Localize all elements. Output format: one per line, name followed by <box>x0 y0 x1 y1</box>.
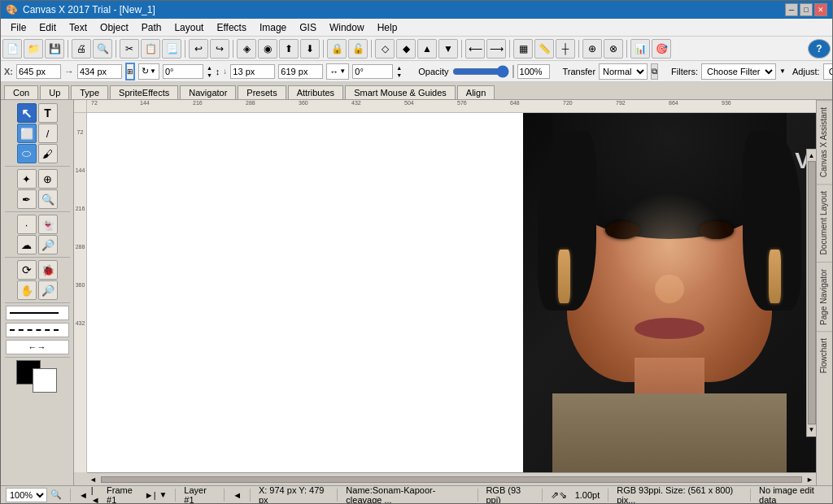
pan-tool-btn[interactable]: ✋ <box>17 280 37 300</box>
symbol-button[interactable]: ◇ <box>375 39 395 59</box>
rotate-dropdown[interactable]: ↻ ▼ <box>138 63 159 80</box>
canvas-assist-button[interactable]: 🎯 <box>652 39 671 59</box>
new-button[interactable]: 📄 <box>2 39 22 59</box>
print-button[interactable]: 🖨 <box>72 39 91 59</box>
stroke-color-swatch[interactable] <box>33 368 57 393</box>
align-left-button[interactable]: ⟵ <box>465 39 485 59</box>
angle-up-down[interactable]: ▲ ▼ <box>207 64 212 79</box>
tab-up[interactable]: Up <box>40 85 69 99</box>
zoom-lasso-btn[interactable]: 🔍 <box>38 189 58 209</box>
group-button[interactable]: ◈ <box>237 39 256 59</box>
page-navigator-tab[interactable]: Page Navigator <box>817 262 832 332</box>
ruler-button[interactable]: 📏 <box>534 39 554 59</box>
filters-select[interactable]: Choose Filter <box>701 63 776 80</box>
canvas-assistant-tab[interactable]: Canvas X Assistant <box>817 100 832 184</box>
select-tool-btn[interactable]: ↖ <box>17 103 37 123</box>
paste-button[interactable]: 📃 <box>162 39 181 59</box>
align-right-button[interactable]: ⟶ <box>486 39 506 59</box>
menu-effects[interactable]: Effects <box>210 20 252 35</box>
tab-smart-mouse[interactable]: Smart Mouse & Guides <box>345 85 456 99</box>
rotate-img-btn[interactable]: ⟳ <box>17 260 37 280</box>
chart-button[interactable]: 📊 <box>630 39 650 59</box>
tab-presets[interactable]: Presets <box>238 85 286 99</box>
frame-next-btn[interactable]: ►| <box>145 490 156 500</box>
line-style-picker[interactable] <box>6 306 69 320</box>
ungroup-button[interactable]: ◉ <box>258 39 277 59</box>
angle1-input[interactable] <box>163 64 203 79</box>
front-button[interactable]: ⬆ <box>279 39 299 59</box>
copy-button[interactable]: 📋 <box>141 39 160 59</box>
v-scrollbar[interactable]: ▲ ▼ <box>806 149 816 437</box>
crosshair-tool-btn[interactable]: ⊕ <box>38 169 58 189</box>
minimize-button[interactable]: ─ <box>785 3 798 16</box>
h-scroll-thumb[interactable] <box>101 476 802 483</box>
menu-window[interactable]: Window <box>323 20 371 35</box>
angle2-input[interactable] <box>352 64 393 79</box>
tab-type[interactable]: Type <box>71 85 108 99</box>
symbol3-button[interactable]: ▲ <box>417 39 437 59</box>
tab-navigator[interactable]: Navigator <box>180 85 236 99</box>
frame-first-btn[interactable]: |◄ <box>91 485 100 505</box>
symbol2-button[interactable]: ◆ <box>396 39 416 59</box>
calligraphy-tool-btn[interactable]: ✒ <box>17 189 37 209</box>
rect-tool-btn[interactable]: ⬜ <box>17 124 37 143</box>
smudge-tool-btn[interactable]: ☁ <box>17 235 37 254</box>
zoom-icon[interactable]: 🔍 <box>50 489 62 500</box>
menu-path[interactable]: Path <box>135 20 168 35</box>
cut-button[interactable]: ✂ <box>120 39 139 59</box>
grid-button[interactable]: ▦ <box>513 39 533 59</box>
magnify-zoom-btn[interactable]: 🔎 <box>38 235 58 254</box>
node-tool-btn[interactable]: ✦ <box>17 169 37 189</box>
back-button[interactable]: ⬇ <box>300 39 320 59</box>
spray-tool-btn[interactable]: · <box>17 215 37 234</box>
menu-image[interactable]: Image <box>253 20 293 35</box>
opacity-slider[interactable] <box>452 67 509 76</box>
unlock-button[interactable]: 🔓 <box>348 39 368 59</box>
ghost-tool-btn[interactable]: 👻 <box>38 215 58 234</box>
y-input[interactable] <box>230 64 275 79</box>
undo-button[interactable]: ↩ <box>189 39 208 59</box>
tab-align[interactable]: Align <box>457 85 495 99</box>
frame-last-btn[interactable]: ▼ <box>159 490 168 499</box>
menu-layout[interactable]: Layout <box>168 20 210 35</box>
zoom-select[interactable]: 100% 50% 200% <box>6 488 47 502</box>
text-tool-btn[interactable]: T <box>38 103 58 123</box>
scroll-down-icon[interactable]: ▼ <box>809 426 815 433</box>
scroll-left-icon[interactable]: ◄ <box>87 476 99 484</box>
scroll-h-left[interactable]: ◄ <box>233 490 242 500</box>
h-input[interactable] <box>278 64 323 79</box>
help-button[interactable]: ? <box>808 39 831 59</box>
transfer-select[interactable]: Normal Multiply Screen <box>599 63 648 80</box>
canvas-area[interactable]: V ▲ ▼ <box>87 113 816 472</box>
opacity-input[interactable] <box>517 64 550 79</box>
tab-sprite-effects[interactable]: SpriteEffects <box>110 85 178 99</box>
document-layout-tab[interactable]: Document Layout <box>817 184 832 261</box>
save-button[interactable]: 💾 <box>45 39 64 59</box>
maximize-button[interactable]: □ <box>800 3 813 16</box>
trace-btn[interactable]: 🐞 <box>38 260 58 280</box>
menu-file[interactable]: File <box>4 20 33 35</box>
menu-help[interactable]: Help <box>371 20 404 35</box>
snap-button[interactable]: ⊕ <box>582 39 602 59</box>
snap2-button[interactable]: ⊗ <box>604 39 623 59</box>
scroll-up-icon[interactable]: ▲ <box>809 152 815 159</box>
x-input[interactable] <box>16 64 61 79</box>
frame-prev-btn[interactable]: ◄ <box>79 490 88 500</box>
tab-con[interactable]: Con <box>4 85 38 99</box>
zoom-out-btn[interactable]: 🔎 <box>38 280 58 300</box>
adjust-select[interactable]: Choose Filter <box>823 63 833 80</box>
scroll-thumb[interactable] <box>808 161 816 424</box>
close-button[interactable]: ✕ <box>814 3 827 16</box>
print-preview-button[interactable]: 🔍 <box>93 39 112 59</box>
paint-tool-btn[interactable]: 🖌 <box>38 144 58 163</box>
flip-dropdown[interactable]: ↔ ▼ <box>326 63 349 80</box>
menu-gis[interactable]: GIS <box>293 20 323 35</box>
pencil-tool-btn[interactable]: / <box>38 124 58 143</box>
open-button[interactable]: 📁 <box>24 39 43 59</box>
dash-style-picker[interactable] <box>6 323 69 337</box>
menu-edit[interactable]: Edit <box>33 20 63 35</box>
ellipse-tool-btn[interactable]: ⬭ <box>17 144 37 163</box>
lock-button[interactable]: 🔒 <box>327 39 347 59</box>
tab-attributes[interactable]: Attributes <box>288 85 343 99</box>
flowchart-tab[interactable]: Flowchart <box>817 331 832 380</box>
